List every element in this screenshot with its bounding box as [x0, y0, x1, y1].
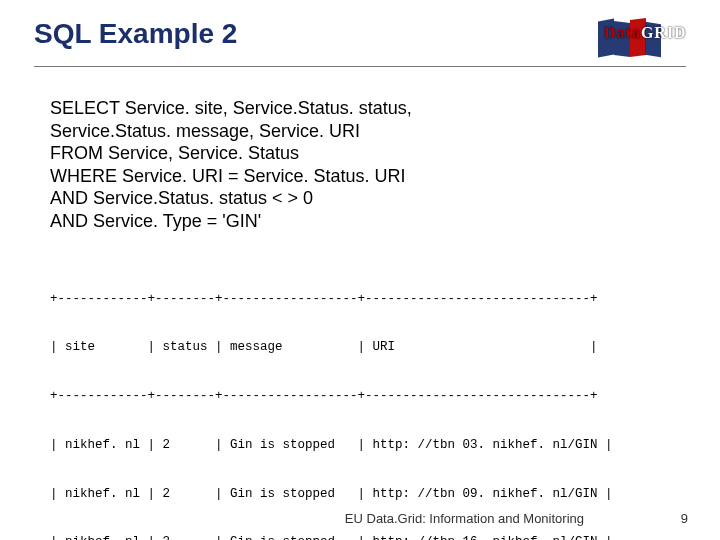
table-row: | nikhef. nl | 2 | Gin is stopped | http… [50, 437, 686, 453]
result-table: +------------+--------+-----------------… [50, 258, 686, 540]
table-border: +------------+--------+-----------------… [50, 291, 686, 307]
sql-query-block: SELECT Service. site, Service.Status. st… [50, 97, 686, 232]
logo-text-grid: GRID [641, 24, 687, 41]
title-row: SQL Example 2 DataGRID [34, 18, 686, 67]
sql-line: Service.Status. message, Service. URI [50, 120, 686, 143]
table-header-row: | site | status | message | URI | [50, 339, 686, 355]
table-row: | nikhef. nl | 2 | Gin is stopped | http… [50, 534, 686, 540]
footer-text: EU Data.Grid: Information and Monitoring [345, 511, 584, 526]
content-area: SELECT Service. site, Service.Status. st… [34, 97, 686, 540]
table-row: | nikhef. nl | 2 | Gin is stopped | http… [50, 486, 686, 502]
sql-line: WHERE Service. URI = Service. Status. UR… [50, 165, 686, 188]
logo-text-data: Data [604, 24, 641, 41]
logo-text: DataGRID [604, 24, 687, 42]
sql-line: FROM Service, Service. Status [50, 142, 686, 165]
datagrid-logo: DataGRID [598, 18, 686, 58]
table-border: +------------+--------+-----------------… [50, 388, 686, 404]
slide: SQL Example 2 DataGRID SELECT Service. s… [0, 0, 720, 540]
slide-title: SQL Example 2 [34, 18, 237, 50]
slide-footer: EU Data.Grid: Information and Monitoring… [32, 511, 688, 526]
sql-line: SELECT Service. site, Service.Status. st… [50, 97, 686, 120]
page-number: 9 [674, 511, 688, 526]
sql-line: AND Service. Type = 'GIN' [50, 210, 686, 233]
sql-line: AND Service.Status. status < > 0 [50, 187, 686, 210]
